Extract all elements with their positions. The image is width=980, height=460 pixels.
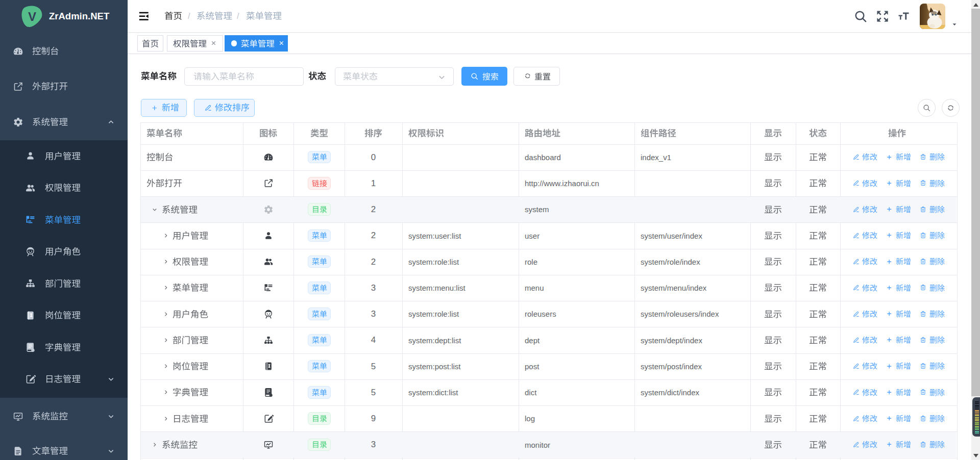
svg-text:V: V: [28, 10, 36, 23]
